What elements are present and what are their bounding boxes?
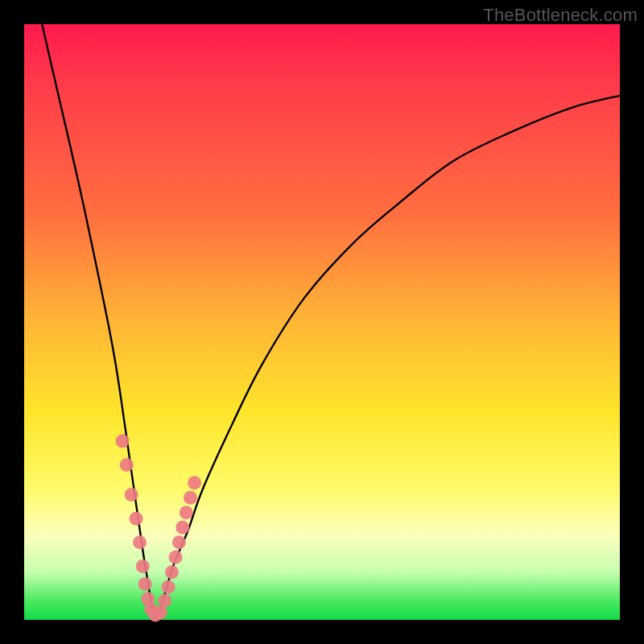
- highlight-dot: [125, 488, 138, 502]
- highlight-dot: [154, 606, 167, 620]
- highlight-dot: [120, 458, 134, 472]
- highlight-dot: [169, 551, 183, 564]
- highlight-dot: [165, 565, 179, 579]
- highlight-dot: [130, 512, 143, 526]
- highlight-dot: [172, 535, 186, 549]
- watermark-text: TheBottleneck.com: [483, 5, 638, 26]
- highlight-dot: [184, 491, 197, 505]
- highlight-dot: [175, 521, 189, 535]
- bottleneck-curve: [42, 24, 620, 617]
- chart-frame: TheBottleneck.com: [0, 0, 644, 644]
- curve-layer: [24, 24, 620, 620]
- highlight-dot: [162, 580, 175, 594]
- bottleneck-curve-path: [42, 24, 620, 617]
- highlight-dots: [116, 435, 202, 622]
- highlight-dot: [188, 476, 201, 489]
- highlight-dot: [158, 594, 171, 608]
- plot-area: [24, 24, 620, 620]
- highlight-dot: [133, 535, 147, 549]
- highlight-dot: [180, 506, 193, 519]
- highlight-dot: [138, 577, 152, 591]
- highlight-dot: [116, 435, 130, 448]
- highlight-dot: [136, 559, 150, 573]
